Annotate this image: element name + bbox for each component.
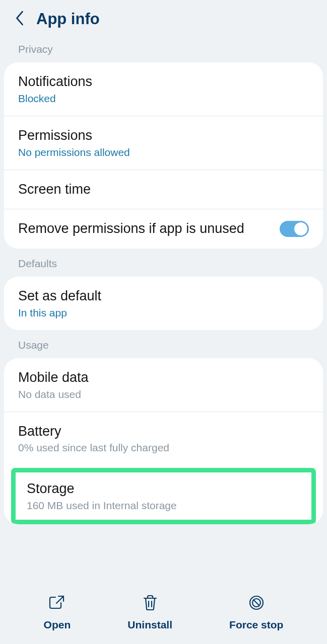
row-title: Screen time — [18, 181, 309, 198]
row-sub: No permissions allowed — [18, 146, 309, 158]
row-battery[interactable]: Battery 0% used since last fully charged — [4, 412, 323, 465]
page-title: App info — [36, 10, 100, 28]
row-screen-time[interactable]: Screen time — [4, 170, 323, 209]
row-title: Battery — [18, 423, 309, 440]
back-icon[interactable] — [14, 9, 25, 29]
row-title: Set as default — [18, 288, 309, 305]
section-label-privacy: Privacy — [0, 34, 327, 62]
card-privacy: Notifications Blocked Permissions No per… — [4, 62, 323, 249]
row-sub: No data used — [18, 388, 309, 400]
section-label-usage: Usage — [0, 330, 327, 358]
bottom-bar: Open Uninstall Force stop — [0, 585, 327, 644]
card-defaults: Set as default In this app — [4, 277, 323, 330]
row-title: Permissions — [18, 127, 309, 144]
row-remove-permissions[interactable]: Remove permissions if app is unused — [4, 209, 323, 249]
row-sub: Blocked — [18, 93, 309, 105]
row-title: Mobile data — [18, 369, 309, 386]
header: App info — [0, 0, 327, 34]
open-icon — [48, 594, 66, 614]
row-storage[interactable]: Storage 160 MB used in Internal storage — [16, 472, 311, 520]
row-sub: 160 MB used in Internal storage — [27, 500, 300, 512]
force-stop-label: Force stop — [229, 619, 283, 631]
row-sub: 0% used since last fully charged — [18, 442, 309, 454]
row-title: Storage — [27, 480, 300, 498]
force-stop-button[interactable]: Force stop — [229, 594, 283, 631]
open-label: Open — [44, 619, 71, 631]
row-mobile-data[interactable]: Mobile data No data used — [4, 358, 323, 412]
uninstall-label: Uninstall — [127, 619, 172, 631]
open-button[interactable]: Open — [44, 594, 71, 631]
trash-icon — [142, 594, 159, 614]
row-title: Remove permissions if app is unused — [18, 220, 270, 237]
no-entry-icon — [248, 594, 265, 614]
row-set-default[interactable]: Set as default In this app — [4, 277, 323, 330]
row-notifications[interactable]: Notifications Blocked — [4, 62, 323, 116]
row-sub: In this app — [18, 307, 309, 319]
section-label-defaults: Defaults — [0, 249, 327, 277]
card-usage: Mobile data No data used Battery 0% used… — [4, 358, 323, 524]
toggle-knob — [294, 222, 308, 236]
highlight-storage: Storage 160 MB used in Internal storage — [11, 468, 316, 524]
uninstall-button[interactable]: Uninstall — [127, 594, 172, 631]
row-permissions[interactable]: Permissions No permissions allowed — [4, 116, 323, 170]
toggle-remove-permissions[interactable] — [280, 221, 309, 237]
row-title: Notifications — [18, 73, 309, 91]
